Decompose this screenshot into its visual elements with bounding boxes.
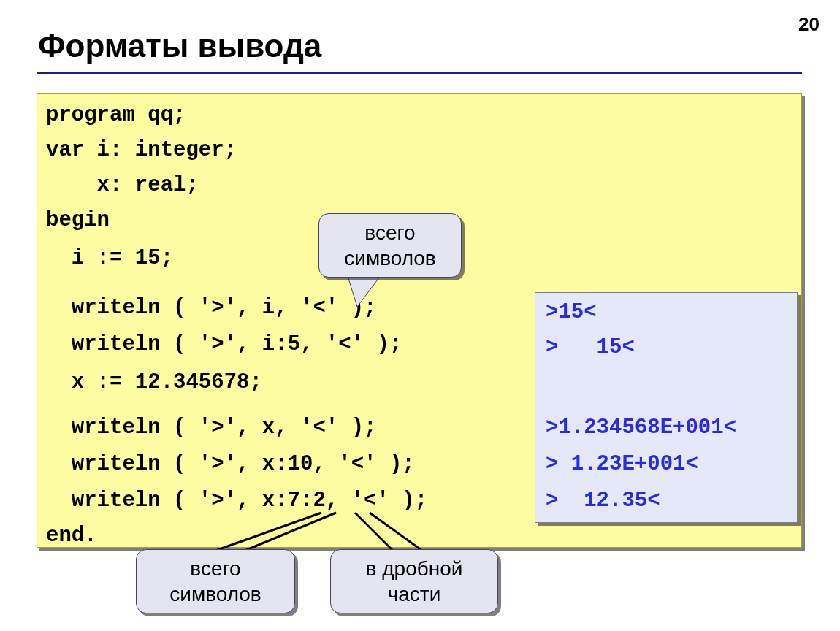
code-line: writeln ( '>', i, '<' ); [46,296,376,320]
output-line: > 1.23E+001< [546,452,698,476]
callout-total-chars-bottom: всего символов [136,549,295,613]
callout-line: символов [150,581,281,607]
output-line: > 15< [546,335,635,359]
svg-line-4 [370,513,422,551]
code-line: var i: integer; [46,138,237,162]
code-line: writeln ( '>', i:5, '<' ); [46,332,402,356]
slide-title: Форматы вывода [38,28,321,64]
callout-line: всего [150,556,281,581]
svg-line-3 [355,513,393,551]
svg-marker-0 [347,274,382,307]
title-rule [37,72,802,74]
code-line: x: real; [46,173,199,197]
output-line: >1.234568E+001< [546,416,736,440]
code-line: writeln ( '>', x:7:2, '<' ); [46,489,427,513]
code-line: end. [46,524,97,548]
output-line: > 12.35< [546,489,660,513]
code-line: begin [46,208,110,232]
callout-line: части [344,581,484,607]
code-line: writeln ( '>', x:10, '<' ); [46,452,415,476]
code-line: program qq; [46,103,186,127]
output-line: >15< [546,300,597,324]
callout-fraction-part: в дробной части [330,549,498,613]
callout-total-chars-top: всего символов [318,213,462,278]
svg-line-1 [215,513,321,551]
callout-pointer-icon [347,274,391,310]
code-line: i := 15; [46,246,173,270]
svg-line-2 [245,513,336,551]
code-line: x := 12.345678; [46,370,262,394]
callout-line: символов [332,245,448,271]
output-block: >15< > 15< >1.234568E+001< > 1.23E+001< … [535,292,798,523]
code-line: writeln ( '>', x, '<' ); [46,416,376,440]
callout-line: всего [332,220,448,245]
slide: 20 Форматы вывода program qq; var i: int… [0,0,840,631]
page-number: 20 [798,13,820,36]
callout-line: в дробной [344,556,484,581]
